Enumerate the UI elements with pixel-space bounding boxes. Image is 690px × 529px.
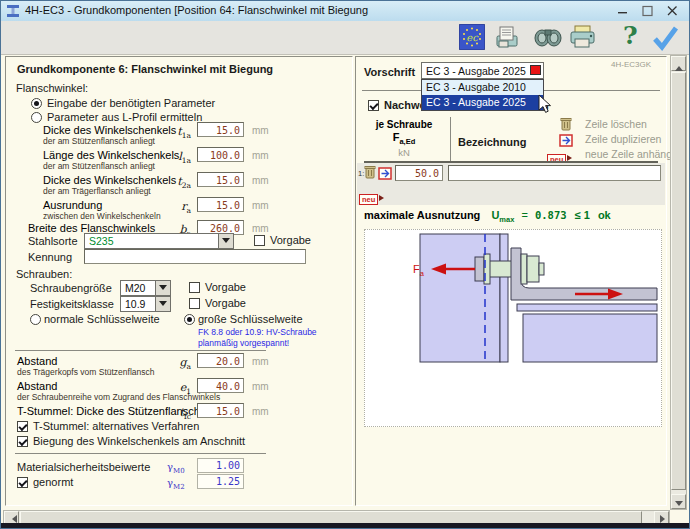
param-unit: mm: [252, 381, 269, 392]
param-unit: mm: [252, 223, 269, 234]
radio-normale-schluesselweite[interactable]: [30, 314, 41, 325]
nachweis-panel: 4H-EC3GK Vorschrift EC 3 - Ausgabe 2025 …: [355, 56, 667, 506]
stahlsorte-select[interactable]: S235: [84, 233, 234, 249]
toolbar: ec: [1, 21, 689, 55]
param-unit: mm: [252, 200, 269, 211]
print-button[interactable]: [569, 24, 597, 54]
radio-grosse-schluesselweite[interactable]: [184, 314, 195, 325]
radio-l-profil[interactable]: [31, 112, 42, 123]
biegung-label: Biegung des Winkelschenkels am Anschnitt: [33, 435, 245, 447]
row-delete-icon[interactable]: [364, 165, 376, 183]
vorschrift-option-2010[interactable]: EC 3 - Ausgabe 2010: [422, 80, 543, 95]
result-value: 0.873: [535, 209, 567, 221]
append-row-button[interactable]: neu: [359, 188, 387, 206]
param-label: Abstand: [17, 355, 57, 367]
param-symbol: ra: [158, 200, 191, 215]
param-row-ga: Abstand des Trägerkopfs vom Stützenflans…: [6, 355, 346, 381]
close-button[interactable]: [661, 3, 683, 19]
param-input-l1a[interactable]: [197, 147, 244, 162]
festigkeitsklasse-vorgabe-checkbox[interactable]: [189, 298, 200, 309]
biegung-checkbox[interactable]: [17, 436, 28, 447]
radio-l-profil-label: Parameter aus L-Profil ermitteln: [47, 111, 202, 123]
window-title: 4H-EC3 - Grundkomponenten [Position 64: …: [25, 4, 368, 16]
schraubengroesse-value: M20: [125, 282, 145, 294]
vorschrift-label: Vorschrift: [364, 66, 415, 78]
maximize-button[interactable]: [636, 3, 658, 19]
vorschrift-option-2025[interactable]: EC 3 - Ausgabe 2025: [422, 95, 543, 110]
radio-grosse-label: große Schlüsselweite: [198, 313, 303, 325]
param-label: Ausrundung: [43, 199, 102, 211]
vorschrift-select[interactable]: EC 3 - Ausgabe 2025: [421, 62, 544, 79]
col-header-symbol: Fa,Ed: [362, 131, 446, 146]
param-unit: mm: [252, 150, 269, 161]
nachweis-checkbox[interactable]: [368, 100, 379, 111]
kennung-input[interactable]: [84, 249, 306, 264]
vertical-scroll-thumb[interactable]: [671, 72, 686, 490]
param-input-t2a[interactable]: [197, 172, 244, 187]
stahlsorte-vorgabe-checkbox[interactable]: [254, 235, 265, 246]
genormt-checkbox[interactable]: [17, 477, 28, 488]
param-unit: mm: [252, 356, 269, 367]
param-input-ra[interactable]: [197, 197, 244, 212]
minimize-button[interactable]: [611, 3, 633, 19]
stahlsorte-label: Stahlsorte: [28, 235, 78, 247]
scroll-up-button[interactable]: [671, 56, 686, 71]
festigkeitsklasse-label: Festigkeitsklasse: [30, 298, 114, 310]
eurocode-button[interactable]: ec: [459, 24, 485, 54]
param-label: Dicke des Winkelschenkels: [43, 124, 176, 136]
t-stummel-label: T-Stummel: alternatives Verfahren: [33, 420, 199, 432]
param-sublabel: der am Stützenflansch anliegt: [43, 136, 155, 146]
help-button[interactable]: ?: [623, 21, 638, 50]
dropdown-arrow-icon[interactable]: [155, 297, 170, 311]
confirm-button[interactable]: [649, 24, 681, 56]
search-button[interactable]: [533, 24, 563, 54]
param-label: Abstand: [17, 380, 57, 392]
parameters-panel: Grundkomponente 6: Flanschwinkel mit Bie…: [5, 56, 353, 506]
result-condition: ≤ 1: [575, 209, 590, 221]
bezeichnung-input[interactable]: [448, 165, 661, 181]
radio-eingabe-label: Eingabe der benötigten Parameter: [47, 97, 215, 109]
param-symbol: t1a: [158, 125, 191, 140]
dropdown-arrow-icon[interactable]: [155, 281, 170, 295]
param-symbol: ga: [158, 356, 191, 371]
schraubengroesse-vorgabe-checkbox[interactable]: [189, 282, 200, 293]
app-window: 4H-EC3 - Grundkomponenten [Position 64: …: [0, 0, 690, 529]
radio-eingabe-parameter[interactable]: [31, 98, 42, 109]
result-relation: =: [521, 209, 527, 221]
param-row-e1: Abstand der Schraubenreihe vom Zugrand d…: [6, 380, 346, 406]
param-symbol: e1: [158, 381, 191, 396]
festigkeitsklasse-select[interactable]: 10.9: [120, 296, 171, 312]
result-symbol: Umax: [491, 209, 514, 221]
param-symbol: l1a: [158, 150, 191, 165]
param-input-ga[interactable]: [197, 353, 244, 368]
gamma-m0-symbol: γM0: [167, 461, 185, 475]
vertical-scrollbar[interactable]: [670, 55, 687, 510]
param-input-t1a[interactable]: [197, 122, 244, 137]
param-input-tfc[interactable]: [197, 403, 244, 418]
schraube-note-line1: FK 8.8 oder 10.9: HV-Schraube: [198, 327, 317, 337]
duplicate-row-label: Zeile duplizieren: [585, 133, 661, 145]
force-value-input[interactable]: [395, 165, 443, 181]
neu-arrow-icon: [379, 195, 387, 201]
vorgabe-label: Vorgabe: [205, 297, 246, 309]
print-preview-button[interactable]: [495, 24, 522, 54]
result-label: maximale Ausnutzung: [364, 209, 480, 221]
force-column-header: je Schraube Fa,Ed kN: [362, 119, 446, 158]
schraubengroesse-label: Schraubengröße: [30, 282, 112, 294]
param-input-e1[interactable]: [197, 378, 244, 393]
schraubengroesse-select[interactable]: M20: [120, 280, 171, 296]
festigkeitsklasse-value: 10.9: [125, 298, 145, 310]
section-schrauben: Schrauben:: [16, 268, 72, 280]
col-header-unit: kN: [362, 147, 446, 158]
vorschrift-value: EC 3 - Ausgabe 2025: [426, 65, 526, 77]
t-stummel-checkbox[interactable]: [17, 421, 28, 432]
title-bar: 4H-EC3 - Grundkomponenten [Position 64: …: [1, 1, 689, 22]
row-duplicate-icon[interactable]: [378, 166, 392, 184]
scroll-down-button[interactable]: [671, 494, 686, 509]
dropdown-indicator-icon[interactable]: [530, 65, 541, 75]
result-line: maximale Ausnutzung Umax = 0.873 ≤ 1 ok: [364, 209, 611, 224]
app-icon: [6, 4, 20, 18]
dropdown-arrow-icon[interactable]: [218, 234, 233, 248]
schraube-note-line2: planmäßig vorgespannt!: [198, 338, 289, 348]
param-unit: mm: [252, 125, 269, 136]
